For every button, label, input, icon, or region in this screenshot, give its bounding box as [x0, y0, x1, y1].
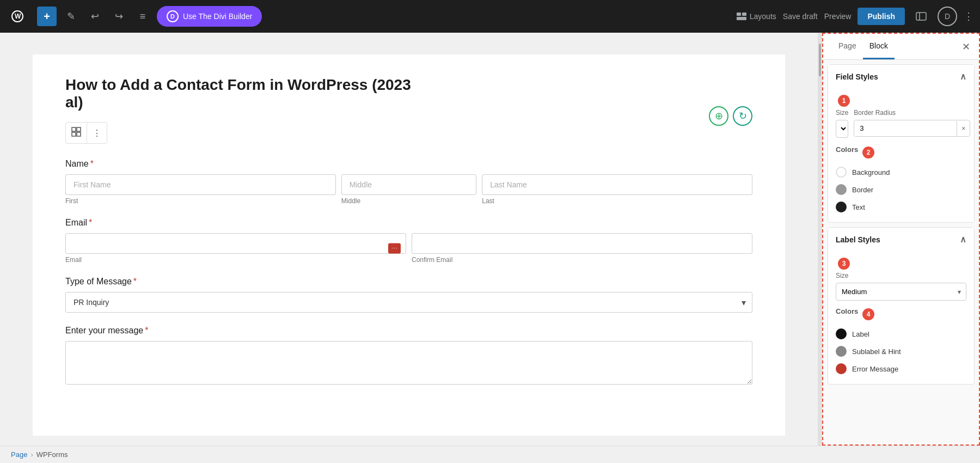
- color-item-sublabel: Sublabel & Hint: [836, 343, 966, 360]
- color-item-text: Text: [836, 198, 966, 216]
- sublabel-swatch[interactable]: [836, 346, 847, 357]
- add-button[interactable]: +: [37, 7, 57, 26]
- badge-3: 3: [838, 258, 850, 270]
- label-colors-label: Colors: [836, 307, 858, 315]
- tab-page[interactable]: Page: [832, 34, 863, 59]
- toolbar-right: Layouts Save draft Preview Publish D ⋮: [737, 7, 973, 26]
- scrollbar[interactable]: [818, 33, 822, 446]
- action-teal-button[interactable]: ↻: [733, 106, 752, 126]
- color-item-error: Error Message: [836, 360, 966, 377]
- field-styles-section: Field Styles ∧ 1 Size Medium: [828, 64, 975, 223]
- block-toolbar: ⋮: [65, 122, 107, 144]
- svg-rect-7: [72, 127, 76, 131]
- message-label: Enter your message*: [65, 326, 752, 336]
- svg-rect-2: [737, 13, 741, 16]
- label-swatch[interactable]: [836, 328, 847, 339]
- right-panel: Page Block ✕ Field Styles ∧ 1: [822, 33, 980, 446]
- action-green-button[interactable]: ⊕: [709, 106, 728, 126]
- badge-1: 1: [838, 95, 850, 107]
- message-textarea[interactable]: [65, 341, 752, 385]
- size-label: Size: [836, 109, 848, 117]
- label-size-select[interactable]: Medium: [836, 283, 966, 301]
- message-section: Enter your message*: [65, 326, 752, 387]
- border-color-label: Border: [852, 186, 873, 194]
- confirm-email-sublabel: Confirm Email: [412, 256, 752, 264]
- border-radius-label: Border Radius: [854, 109, 970, 117]
- field-styles-toggle-icon: ∧: [960, 71, 966, 82]
- message-type-select-wrap: PR Inquiry ▾: [65, 292, 752, 313]
- label-styles-header[interactable]: Label Styles ∧: [828, 228, 974, 251]
- field-colors-list: Background Border Text: [836, 163, 966, 216]
- preview-button[interactable]: Preview: [824, 12, 852, 21]
- middle-name-input[interactable]: [341, 174, 476, 195]
- name-section: Name* First Middle Last: [65, 159, 752, 205]
- field-styles-header[interactable]: Field Styles ∧: [828, 65, 974, 88]
- middle-name-wrap: Middle: [341, 174, 476, 205]
- close-panel-button[interactable]: ✕: [962, 41, 970, 53]
- confirm-email-input[interactable]: [412, 233, 752, 254]
- redo-button[interactable]: ↪: [109, 7, 128, 26]
- background-swatch[interactable]: [836, 167, 847, 178]
- message-type-select[interactable]: PR Inquiry: [65, 292, 752, 313]
- wp-logo[interactable]: W: [7, 5, 28, 27]
- main-layout: How to Add a Contact Form in WordPress (…: [0, 33, 980, 446]
- badge-4: 4: [862, 308, 874, 320]
- field-styles-container: Field Styles ∧ 1 Size Medium: [823, 60, 979, 389]
- email-fields: ⋯ Email Confirm Email: [65, 233, 752, 264]
- last-name-wrap: Last: [482, 174, 752, 205]
- divi-builder-button[interactable]: D Use The Divi Builder: [157, 6, 262, 27]
- error-swatch[interactable]: [836, 363, 847, 374]
- type-required-asterisk: *: [133, 277, 137, 286]
- required-asterisk: *: [90, 159, 94, 168]
- main-toolbar: W + ✎ ↩ ↪ ≡ D Use The Divi Builder Layou…: [0, 0, 980, 33]
- label-styles-body: 3 Size Medium Colors 4: [828, 251, 974, 384]
- layouts-button[interactable]: Layouts: [737, 12, 776, 21]
- border-radius-input[interactable]: [854, 120, 957, 136]
- error-color-label: Error Message: [852, 365, 898, 373]
- border-radius-unit[interactable]: ×: [957, 121, 970, 136]
- label-size-container: Size Medium: [836, 272, 966, 301]
- save-draft-button[interactable]: Save draft: [783, 12, 818, 21]
- email-input[interactable]: [65, 233, 406, 254]
- account-button[interactable]: D: [938, 7, 957, 26]
- size-select[interactable]: Medium: [836, 120, 848, 138]
- svg-rect-4: [737, 17, 746, 20]
- breadcrumb-page-link[interactable]: Page: [11, 450, 27, 459]
- size-col: Size Medium: [836, 109, 848, 138]
- email-icon[interactable]: ⋯: [388, 243, 401, 254]
- page-content: How to Add a Contact Form in WordPress (…: [33, 54, 785, 436]
- email-label: Email*: [65, 218, 752, 228]
- first-name-sublabel: First: [65, 197, 336, 205]
- name-label: Name*: [65, 159, 752, 169]
- email-section: Email* ⋯ Email Confirm Email: [65, 218, 752, 264]
- first-name-input[interactable]: [65, 174, 336, 195]
- block-grid-button[interactable]: [66, 123, 87, 143]
- panel-tabs: Page Block ✕: [823, 34, 979, 60]
- page-title: How to Add a Contact Form in WordPress (…: [65, 76, 752, 111]
- block-more-button[interactable]: ⋮: [87, 124, 107, 143]
- background-color-label: Background: [852, 168, 890, 176]
- edit-button[interactable]: ✎: [61, 7, 81, 26]
- tab-block[interactable]: Block: [863, 34, 895, 59]
- text-swatch[interactable]: [836, 202, 847, 212]
- undo-button[interactable]: ↩: [85, 7, 105, 26]
- publish-button[interactable]: Publish: [857, 8, 905, 25]
- message-required-asterisk: *: [145, 326, 148, 335]
- message-type-label: Type of Message*: [65, 277, 752, 287]
- email-wrap: ⋯ Email: [65, 233, 406, 264]
- label-size-select-wrap: Medium: [836, 283, 966, 301]
- last-name-input[interactable]: [482, 174, 752, 195]
- tools-button[interactable]: ≡: [133, 7, 152, 26]
- email-sublabel: Email: [65, 256, 406, 264]
- field-styles-body: 1 Size Medium Border Radius: [828, 88, 974, 222]
- middle-name-sublabel: Middle: [341, 197, 476, 205]
- more-options-button[interactable]: ⋮: [964, 10, 973, 22]
- confirm-email-wrap: Confirm Email: [412, 233, 752, 264]
- editor-area: How to Add a Contact Form in WordPress (…: [0, 33, 818, 446]
- border-swatch[interactable]: [836, 184, 847, 195]
- view-button[interactable]: [911, 7, 931, 26]
- name-fields: First Middle Last: [65, 174, 752, 205]
- label-styles-toggle-icon: ∧: [960, 234, 966, 245]
- field-colors-header: Colors 2: [836, 145, 966, 159]
- color-item-label: Label: [836, 325, 966, 343]
